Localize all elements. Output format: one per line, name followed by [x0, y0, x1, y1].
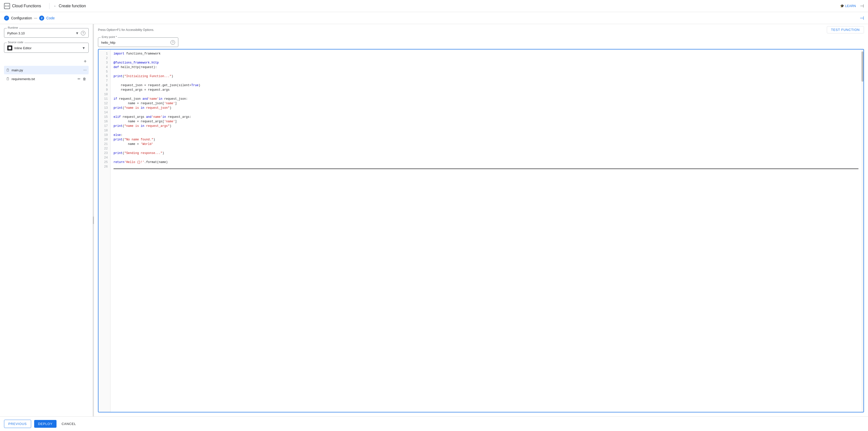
- editor-toolbar: Press Option+F1 for Accessibility Option…: [94, 24, 868, 35]
- source-icon: [7, 45, 12, 51]
- step-2-label: Code: [46, 16, 55, 20]
- steps-bar: ✓ Configuration — 2 Code ⊣: [0, 12, 868, 24]
- scrollbar-thumb[interactable]: [862, 52, 864, 82]
- collapse-button[interactable]: ⊣: [860, 3, 864, 9]
- app-logo: Cloud Functions: [4, 3, 41, 9]
- step-2-num: 2: [39, 16, 44, 21]
- step-dash: —: [34, 16, 37, 20]
- code-editor[interactable]: 1234567891011121314151617181920212223242…: [98, 49, 864, 412]
- runtime-field: Runtime Python 3.10 ▼ ?: [4, 28, 89, 38]
- step-1[interactable]: ✓ Configuration: [4, 16, 32, 21]
- panel-collapse-button[interactable]: ⊣: [860, 15, 864, 21]
- cancel-button[interactable]: CANCEL: [60, 420, 78, 428]
- file-item-requirements[interactable]: 🗒 requirements.txt ✏ 🗑: [4, 74, 89, 83]
- editor-scrollbar[interactable]: [862, 50, 864, 412]
- step-2[interactable]: 2 Code: [39, 16, 55, 21]
- right-panel: Press Option+F1 for Accessibility Option…: [94, 24, 868, 417]
- entry-point-help-icon[interactable]: ?: [170, 40, 175, 45]
- entry-point-label: Entry point *: [101, 35, 118, 38]
- panel-resizer[interactable]: [93, 24, 94, 417]
- source-field-group: Source code Inline Editor ▼: [4, 43, 89, 53]
- deploy-button[interactable]: DEPLOY: [34, 420, 57, 428]
- edit-file-button[interactable]: ✏: [77, 76, 81, 81]
- runtime-label: Runtime: [7, 26, 19, 29]
- source-field: Source code Inline Editor ▼: [4, 43, 89, 53]
- page-title: Create function: [59, 4, 86, 8]
- file-actions-req: ✏ 🗑: [77, 76, 87, 81]
- back-button[interactable]: ←: [54, 4, 57, 8]
- file-menu-main[interactable]: ···: [83, 68, 87, 72]
- left-panel: Runtime Python 3.10 ▼ ? Source code: [0, 24, 93, 417]
- step-1-check: ✓: [4, 16, 9, 21]
- add-file-button[interactable]: +: [82, 58, 89, 65]
- file-list: 🗒 main.py ··· 🗒 requirements.txt ✏ 🗑: [4, 66, 89, 83]
- runtime-field-group: Runtime Python 3.10 ▼ ?: [4, 28, 89, 38]
- top-bar: Cloud Functions ← Create function 🎓 LEAR…: [0, 0, 868, 12]
- entry-point-value: hello_http: [101, 41, 115, 44]
- file-name-req: requirements.txt: [11, 77, 75, 81]
- entry-point-row: Entry point * hello_http ?: [94, 35, 868, 49]
- app-title: Cloud Functions: [12, 4, 41, 8]
- delete-file-button[interactable]: 🗑: [82, 76, 87, 81]
- accessibility-hint: Press Option+F1 for Accessibility Option…: [98, 28, 154, 32]
- file-name-main: main.py: [11, 68, 82, 72]
- learn-link[interactable]: 🎓 LEARN: [840, 4, 856, 8]
- test-function-button[interactable]: TEST FUNCTION: [827, 26, 864, 33]
- source-value: Inline Editor: [14, 46, 32, 50]
- line-numbers: 1234567891011121314151617181920212223242…: [98, 50, 111, 412]
- runtime-help-icon[interactable]: ?: [81, 31, 85, 35]
- entry-point-field: Entry point * hello_http ?: [98, 37, 178, 47]
- source-label: Source code: [7, 41, 24, 44]
- bottom-bar: PREVIOUS DEPLOY CANCEL: [0, 417, 868, 431]
- logo-icon: [4, 3, 10, 9]
- file-icon-req: 🗒: [6, 77, 9, 81]
- file-icon-main: 🗒: [6, 68, 9, 72]
- divider: [49, 3, 50, 9]
- previous-button[interactable]: PREVIOUS: [4, 420, 31, 428]
- learn-icon: 🎓: [840, 4, 844, 8]
- step-1-label: Configuration: [11, 16, 32, 20]
- file-actions: +: [4, 58, 89, 65]
- source-dropdown-arrow[interactable]: ▼: [82, 46, 85, 50]
- main-content: Runtime Python 3.10 ▼ ? Source code: [0, 24, 868, 417]
- file-item-main-py[interactable]: 🗒 main.py ···: [4, 66, 89, 74]
- runtime-value: Python 3.10: [7, 31, 25, 35]
- code-area[interactable]: import functions_framework @functions_fr…: [111, 50, 862, 412]
- runtime-dropdown-arrow[interactable]: ▼: [75, 31, 79, 35]
